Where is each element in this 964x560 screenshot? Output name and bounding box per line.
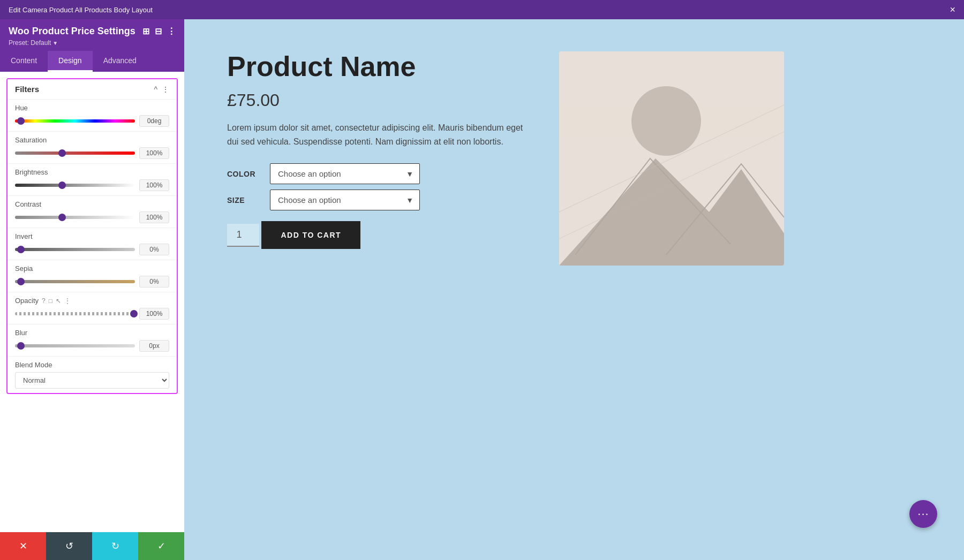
contrast-thumb[interactable]	[58, 214, 66, 221]
top-bar: Edit Camera Product All Products Body La…	[0, 0, 964, 19]
section-more-icon[interactable]: ⋮	[162, 85, 169, 94]
contrast-value[interactable]: 100%	[139, 211, 169, 223]
panel-tabs: Content Design Advanced	[0, 51, 184, 72]
opacity-control: 100%	[15, 308, 169, 320]
undo-icon: ↺	[65, 540, 73, 552]
top-bar-title: Edit Camera Product All Products Body La…	[9, 6, 153, 14]
saturation-value[interactable]: 100%	[139, 147, 169, 159]
saturation-slider[interactable]	[15, 152, 135, 155]
size-select-wrap: Choose an option ▼	[270, 190, 420, 210]
panel-title-text: Woo Product Price Settings	[9, 26, 135, 37]
opacity-device-icon[interactable]: □	[49, 297, 52, 305]
sepia-value[interactable]: 0%	[139, 276, 169, 287]
sepia-label: Sepia	[15, 264, 169, 273]
saturation-control: 100%	[15, 147, 169, 159]
panel-icon-grid[interactable]: ⊞	[142, 26, 149, 36]
sepia-control: 0%	[15, 276, 169, 287]
blur-slider[interactable]	[15, 344, 135, 347]
opacity-cursor-icon[interactable]: ↖	[56, 297, 61, 305]
size-variant-row: SIZE Choose an option ▼	[227, 190, 527, 210]
close-icon[interactable]: ×	[950, 5, 955, 14]
cancel-button[interactable]: ✕	[0, 532, 46, 560]
saturation-thumb[interactable]	[58, 149, 66, 157]
filter-contrast: Contrast 100%	[7, 195, 177, 228]
brightness-thumb[interactable]	[58, 181, 66, 189]
add-to-cart-button[interactable]: ADD TO CART	[261, 221, 360, 249]
invert-label: Invert	[15, 232, 169, 240]
blur-value[interactable]: 0px	[139, 340, 169, 352]
hue-slider[interactable]	[15, 119, 135, 123]
opacity-label-text: Opacity	[15, 297, 39, 305]
blur-label: Blur	[15, 329, 169, 337]
panel-icon-collapse[interactable]: ⊟	[155, 26, 162, 36]
brightness-control: 100%	[15, 179, 169, 191]
invert-control: 0%	[15, 244, 169, 255]
size-select[interactable]: Choose an option	[270, 190, 420, 210]
product-info: Product Name £75.00 Lorem ipsum dolor si…	[227, 51, 527, 258]
save-icon: ✓	[157, 540, 165, 552]
sepia-thumb[interactable]	[17, 278, 25, 285]
product-description: Lorem ipsum dolor sit amet, consectetur …	[227, 121, 527, 148]
filter-blur: Blur 0px	[7, 324, 177, 356]
color-label: COLOR	[227, 170, 259, 178]
svg-point-1	[631, 86, 701, 156]
hue-control: 0deg	[15, 115, 169, 127]
save-button[interactable]: ✓	[138, 532, 184, 560]
filter-blend-mode: Blend Mode Normal Multiply Screen Overla…	[7, 356, 177, 393]
blur-control: 0px	[15, 340, 169, 352]
panel-icon-more[interactable]: ⋮	[167, 26, 176, 36]
panel-content: Filters ^ ⋮ Hue 0deg Saturation	[0, 72, 184, 560]
bottom-bar: ✕ ↺ ↻ ✓	[0, 532, 184, 560]
opacity-value[interactable]: 100%	[139, 308, 169, 320]
blend-mode-select[interactable]: Normal Multiply Screen Overlay Darken Li…	[15, 372, 169, 389]
invert-thumb[interactable]	[17, 246, 25, 253]
brightness-label: Brightness	[15, 168, 169, 176]
product-area: Product Name £75.00 Lorem ipsum dolor si…	[184, 19, 964, 287]
brightness-value[interactable]: 100%	[139, 179, 169, 191]
panel-title-row: Woo Product Price Settings ⊞ ⊟ ⋮	[9, 26, 176, 37]
color-select-wrap: Choose an option ▼	[270, 163, 420, 184]
product-image-svg	[559, 51, 784, 266]
opacity-slider[interactable]	[15, 312, 135, 315]
filter-opacity: Opacity ? □ ↖ ⋮ 100%	[7, 292, 177, 324]
product-image	[559, 51, 784, 266]
color-variant-row: COLOR Choose an option ▼	[227, 163, 527, 184]
filter-invert: Invert 0%	[7, 228, 177, 260]
size-label: SIZE	[227, 196, 259, 205]
tab-content[interactable]: Content	[0, 51, 48, 72]
quantity-input[interactable]	[227, 224, 259, 247]
tab-advanced[interactable]: Advanced	[93, 51, 147, 72]
sepia-slider[interactable]	[15, 280, 135, 283]
section-title: Filters	[15, 85, 39, 94]
panel-preset[interactable]: Preset: Default	[9, 39, 176, 47]
brightness-slider[interactable]	[15, 184, 135, 187]
cancel-icon: ✕	[19, 540, 27, 552]
opacity-thumb[interactable]	[130, 310, 138, 317]
hue-label: Hue	[15, 104, 169, 112]
opacity-more-icon[interactable]: ⋮	[64, 297, 71, 305]
float-button-icon: ···	[917, 507, 929, 521]
opacity-label: Opacity ? □ ↖ ⋮	[15, 297, 169, 305]
section-header: Filters ^ ⋮	[7, 79, 177, 99]
product-name: Product Name	[227, 51, 527, 82]
tab-design[interactable]: Design	[48, 51, 93, 72]
contrast-label: Contrast	[15, 200, 169, 208]
opacity-help-icon[interactable]: ?	[42, 297, 46, 305]
hue-value[interactable]: 0deg	[139, 115, 169, 127]
product-price: £75.00	[227, 90, 527, 110]
color-select[interactable]: Choose an option	[270, 163, 420, 184]
section-collapse-icon[interactable]: ^	[154, 85, 157, 94]
undo-button[interactable]: ↺	[46, 532, 92, 560]
contrast-slider[interactable]	[15, 216, 135, 219]
float-button[interactable]: ···	[909, 500, 937, 528]
saturation-label: Saturation	[15, 136, 169, 144]
invert-value[interactable]: 0%	[139, 244, 169, 255]
contrast-control: 100%	[15, 211, 169, 223]
invert-slider[interactable]	[15, 248, 135, 251]
blur-thumb[interactable]	[17, 342, 25, 350]
hue-thumb[interactable]	[17, 117, 25, 125]
filter-hue: Hue 0deg	[7, 99, 177, 131]
filters-section: Filters ^ ⋮ Hue 0deg Saturation	[6, 78, 178, 394]
panel-header: Woo Product Price Settings ⊞ ⊟ ⋮ Preset:…	[0, 19, 184, 51]
redo-button[interactable]: ↻	[92, 532, 138, 560]
